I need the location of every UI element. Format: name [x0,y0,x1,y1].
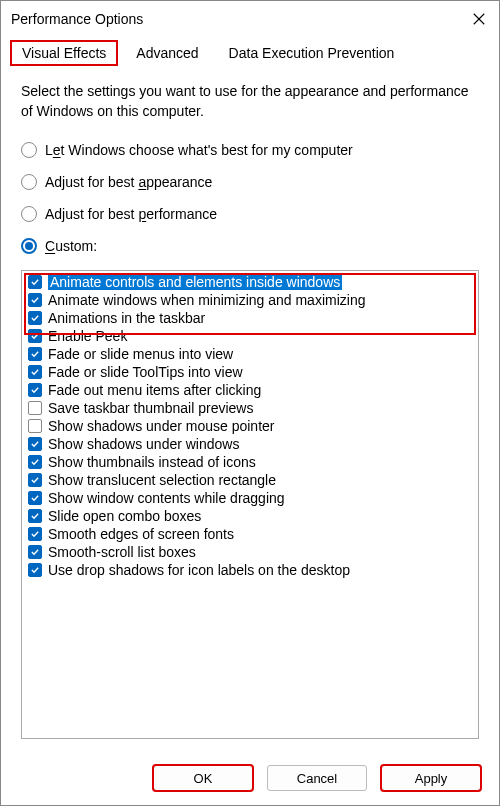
list-item-label: Animate controls and elements inside win… [48,274,342,290]
tab-strip: Visual Effects Advanced Data Execution P… [1,37,499,65]
radio-label: Adjust for best appearance [45,174,212,190]
visual-effects-listbox[interactable]: Animate controls and elements inside win… [21,270,479,739]
radio-icon [21,238,37,254]
checkbox-icon [28,401,42,415]
tab-dep[interactable]: Data Execution Prevention [218,41,406,65]
dialog-footer: OK Cancel Apply [1,749,499,805]
checkbox-icon [28,509,42,523]
list-item-label: Save taskbar thumbnail previews [48,400,253,416]
checkbox-icon [28,293,42,307]
list-item[interactable]: Smooth edges of screen fonts [24,525,476,543]
list-item-label: Show window contents while dragging [48,490,285,506]
checkbox-icon [28,383,42,397]
list-item-label: Smooth-scroll list boxes [48,544,196,560]
list-item-label: Fade or slide menus into view [48,346,233,362]
radio-icon [21,142,37,158]
list-item[interactable]: Fade or slide ToolTips into view [24,363,476,381]
checkbox-icon [28,563,42,577]
list-item[interactable]: Show shadows under windows [24,435,476,453]
radio-label: Adjust for best performance [45,206,217,222]
checkbox-icon [28,473,42,487]
list-item-label: Smooth edges of screen fonts [48,526,234,542]
description-text: Select the settings you want to use for … [21,81,479,122]
list-item[interactable]: Smooth-scroll list boxes [24,543,476,561]
list-item-label: Enable Peek [48,328,127,344]
list-item-label: Animate windows when minimizing and maxi… [48,292,365,308]
radio-icon [21,206,37,222]
list-item[interactable]: Fade out menu items after clicking [24,381,476,399]
list-item[interactable]: Slide open combo boxes [24,507,476,525]
list-item-label: Show translucent selection rectangle [48,472,276,488]
checkbox-icon [28,455,42,469]
list-item[interactable]: Show thumbnails instead of icons [24,453,476,471]
ok-button[interactable]: OK [153,765,253,791]
checkbox-icon [28,347,42,361]
list-item-label: Fade out menu items after clicking [48,382,261,398]
checkbox-icon [28,527,42,541]
radio-custom[interactable]: Custom: [21,238,479,254]
tab-advanced[interactable]: Advanced [125,41,209,65]
list-item[interactable]: Show shadows under mouse pointer [24,417,476,435]
list-item-label: Slide open combo boxes [48,508,201,524]
checkbox-icon [28,275,42,289]
apply-button[interactable]: Apply [381,765,481,791]
radio-best-appearance[interactable]: Adjust for best appearance [21,174,479,190]
list-item-label: Animations in the taskbar [48,310,205,326]
checkbox-icon [28,491,42,505]
radio-label: Let Windows choose what's best for my co… [45,142,353,158]
list-item-label: Show shadows under mouse pointer [48,418,274,434]
list-item[interactable]: Save taskbar thumbnail previews [24,399,476,417]
close-button[interactable] [465,5,493,33]
radio-let-windows-choose[interactable]: Let Windows choose what's best for my co… [21,142,479,158]
checkbox-icon [28,365,42,379]
checkbox-icon [28,329,42,343]
list-item[interactable]: Fade or slide menus into view [24,345,476,363]
titlebar: Performance Options [1,1,499,37]
checkbox-icon [28,545,42,559]
tab-panel-visual-effects: Select the settings you want to use for … [1,65,499,749]
checkbox-icon [28,419,42,433]
list-item[interactable]: Animations in the taskbar [24,309,476,327]
tab-visual-effects[interactable]: Visual Effects [11,41,117,65]
list-item[interactable]: Animate windows when minimizing and maxi… [24,291,476,309]
cancel-button[interactable]: Cancel [267,765,367,791]
radio-best-performance[interactable]: Adjust for best performance [21,206,479,222]
list-item[interactable]: Animate controls and elements inside win… [24,273,476,291]
close-icon [472,12,486,26]
list-item-label: Use drop shadows for icon labels on the … [48,562,350,578]
list-item-label: Fade or slide ToolTips into view [48,364,243,380]
list-item[interactable]: Show window contents while dragging [24,489,476,507]
checkbox-icon [28,311,42,325]
list-item-label: Show thumbnails instead of icons [48,454,256,470]
checkbox-icon [28,437,42,451]
window-title: Performance Options [11,11,143,27]
list-item-label: Show shadows under windows [48,436,239,452]
list-item[interactable]: Show translucent selection rectangle [24,471,476,489]
radio-icon [21,174,37,190]
radio-label: Custom: [45,238,97,254]
list-item[interactable]: Use drop shadows for icon labels on the … [24,561,476,579]
list-item[interactable]: Enable Peek [24,327,476,345]
